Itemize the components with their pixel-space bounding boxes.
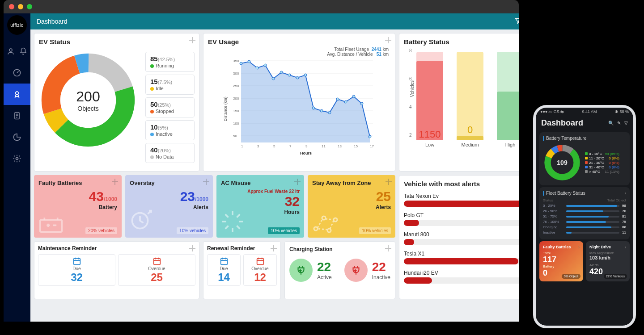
alert-row: Tesla X1 [404, 251, 519, 264]
legend-item[interactable]: 40(20%)No Data [145, 143, 195, 163]
due-cell: Due14 [207, 254, 241, 286]
search-icon[interactable]: 🔍 [608, 121, 614, 126]
metric-tile[interactable]: Overstay23/1000Alerts10% vehicles [125, 175, 213, 238]
alert-row: Hundai i20 EV [404, 270, 519, 284]
edit-icon[interactable]: ✎ [617, 121, 621, 126]
svg-point-42 [369, 135, 371, 138]
ev-status-title: EV Status [39, 38, 195, 46]
svg-text:100: 100 [233, 121, 239, 126]
battery-title: Battery Status [404, 38, 519, 46]
battery-bar: High [497, 52, 519, 140]
pie-icon[interactable] [12, 132, 22, 142]
phone-bt-title: Battery Temperature [543, 136, 626, 141]
bell-icon[interactable] [18, 46, 28, 56]
phone-fleet-row: 26 - 50%70 [543, 209, 626, 213]
main-area: Dashboard EV Status [30, 13, 519, 322]
charging-title: Charging Station [289, 246, 390, 252]
gauge-icon[interactable] [12, 68, 22, 78]
phone-donut-center: 109 [543, 143, 581, 182]
svg-text:150: 150 [233, 109, 239, 113]
chevron-right-icon[interactable]: › [625, 191, 626, 196]
ev-usage-title: EV Usage [208, 38, 390, 46]
svg-rect-53 [40, 220, 62, 232]
svg-text:7: 7 [289, 144, 292, 148]
filter-icon[interactable]: ▽ [624, 121, 628, 126]
metric-tile[interactable]: AC MisuseApprox Fuel Waste 22 ltr32Hours… [216, 175, 304, 238]
svg-rect-59 [73, 259, 80, 265]
phone-nightdrive-tile[interactable]: › Night Drive Max NightDrive 103 km/h Al… [586, 241, 630, 281]
svg-point-58 [327, 229, 331, 232]
svg-text:350: 350 [233, 59, 239, 63]
user-icon[interactable] [6, 46, 16, 56]
phone-legend-row: 21 - 30°C0 (0%) [585, 161, 619, 165]
phone-bt-legend: 0 - 10°C98 (89%)11 - 20°C0 (0%)21 - 30°C… [585, 151, 619, 174]
badge-icon[interactable] [4, 84, 30, 105]
charging-card: Charging Station 22Active 22Inactive [284, 241, 395, 299]
sidebar: uffizio [4, 13, 30, 322]
ev-status-legend: 85(42.5%)Running15(7.5%)Idle50(25%)Stopp… [145, 52, 195, 163]
move-icon[interactable] [189, 37, 195, 43]
close-dot[interactable] [9, 4, 14, 9]
svg-point-2 [16, 92, 19, 95]
phone-tiles: › Faulty Battries Total 117 Battery 0 0%… [539, 241, 630, 281]
dashboard-grid: EV Status 200 [30, 29, 519, 322]
brand-logo[interactable]: uffizio [7, 15, 27, 35]
legend-item[interactable]: 50(25%)Stopped [145, 97, 195, 117]
filter-icon[interactable] [514, 17, 519, 26]
minimize-dot[interactable] [18, 4, 23, 9]
metric-tile[interactable]: Faulty Batteries43/1000Battery20% vehicl… [34, 175, 122, 238]
alert-row: Tata Nexon Ev [404, 193, 519, 207]
svg-text:Distance (km): Distance (km) [223, 96, 228, 121]
svg-point-33 [296, 76, 299, 79]
legend-item[interactable]: 15(7.5%)Idle [145, 75, 195, 95]
chevron-right-icon: › [578, 245, 580, 250]
phone-legend-row: 11 - 20°C0 (0%) [585, 156, 619, 160]
svg-text:Hours: Hours [300, 151, 312, 155]
battery-bar: 1150Low [416, 52, 443, 140]
legend-item[interactable]: 10(5%)Inactive [145, 120, 195, 140]
legend-item[interactable]: 85(42.5%)Running [145, 52, 195, 72]
document-icon[interactable] [12, 111, 22, 121]
svg-point-29 [264, 64, 267, 67]
move-icon[interactable] [385, 37, 391, 43]
svg-rect-60 [153, 259, 160, 265]
svg-point-39 [344, 100, 347, 103]
metric-tile[interactable]: Stay Away from Zone25Alerts10% vehicles [308, 175, 395, 238]
charging-inactive: 22Inactive [344, 259, 390, 282]
overdue-cell: Overdue12 [243, 254, 277, 286]
svg-point-26 [240, 62, 242, 65]
phone-title: Dashboard [541, 118, 583, 128]
alert-row: Maruti 800 [404, 231, 519, 245]
phone-legend-row: 0 - 10°C98 (89%) [585, 152, 619, 156]
svg-text:250: 250 [233, 84, 239, 88]
gear-icon[interactable] [12, 154, 22, 163]
maximize-dot[interactable] [27, 4, 32, 9]
svg-point-56 [322, 216, 326, 220]
sidebar-user-bell [6, 46, 28, 56]
svg-point-31 [280, 71, 283, 74]
phone-faulty-tile[interactable]: › Faulty Battries Total 117 Battery 0 0%… [539, 241, 583, 281]
svg-text:15: 15 [354, 144, 358, 148]
svg-point-40 [352, 95, 355, 98]
alerts-card: Vehicle with most alerts Tata Nexon EvPo… [399, 175, 519, 299]
svg-text:13: 13 [338, 144, 342, 148]
svg-text:50: 50 [233, 134, 237, 138]
reminders-row: Maintenance ReminderDue32Overdue25 [34, 241, 199, 299]
phone-fleet-battery-card: › Fleet Battery Status StatusTotal Objec… [539, 187, 630, 239]
move-icon[interactable] [385, 245, 391, 251]
tile-row: Faulty Batteries43/1000Battery20% vehicl… [34, 175, 395, 238]
phone-mock: ●●●○○ GS ⇋9:41 AM✱ 58 % Dashboard 🔍 ✎ ▽ … [533, 105, 636, 328]
titlebar [4, 0, 519, 13]
svg-point-34 [304, 74, 307, 76]
move-icon[interactable] [271, 245, 277, 251]
charging-active: 22Active [289, 259, 332, 282]
battery-chart: Vehicles 8642 1150Low0MediumHigh [404, 48, 519, 151]
svg-text:5: 5 [273, 144, 275, 148]
ev-usage-chart: Distance (km) 35030025020015010050 13579… [208, 55, 390, 158]
phone-fleet-row: Charging86 [543, 225, 626, 229]
renewal-reminder-card: Renewal ReminderDue14Overdue12 [203, 241, 281, 299]
svg-point-38 [336, 98, 339, 100]
move-icon[interactable] [189, 245, 195, 251]
svg-point-36 [320, 109, 323, 112]
svg-point-27 [248, 60, 250, 63]
